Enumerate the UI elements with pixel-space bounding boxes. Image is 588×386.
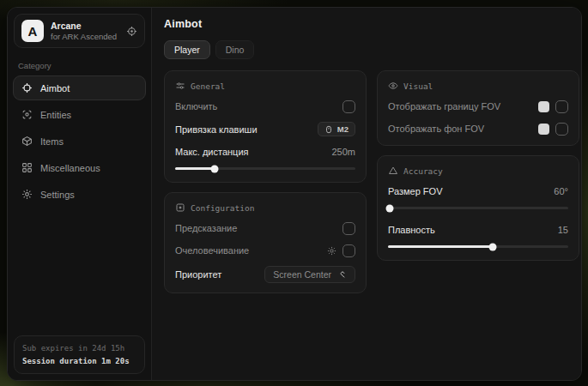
fov-size-value: 60° xyxy=(554,186,568,196)
gear-icon xyxy=(21,189,33,200)
enable-checkbox[interactable] xyxy=(342,100,355,113)
sidebar-item-miscellaneous[interactable]: Miscellaneous xyxy=(13,155,146,180)
slider-track xyxy=(388,207,568,209)
priority-select[interactable]: Screen Center xyxy=(264,266,355,283)
slider-thumb[interactable] xyxy=(211,165,219,172)
app-window: A Arcane for ARK Ascended Category xyxy=(7,7,582,381)
session-duration-text: Session duration 1m 20s xyxy=(22,355,136,367)
sidebar-item-label: Miscellaneous xyxy=(40,163,100,173)
priority-label: Приоритет xyxy=(175,269,221,280)
max-distance-slider[interactable] xyxy=(175,165,355,172)
prediction-checkbox[interactable] xyxy=(342,222,355,235)
accuracy-card-title: Accuracy xyxy=(403,166,443,176)
accuracy-card-header: Accuracy xyxy=(388,166,568,176)
visual-card-header: Visual xyxy=(388,81,568,91)
sidebar-item-entities[interactable]: Entities xyxy=(13,102,146,127)
page-title: Aimbot xyxy=(164,18,579,30)
fov-bg-checkbox[interactable] xyxy=(555,123,568,136)
tab-bar: Player Dino xyxy=(164,40,579,59)
sidebar-item-settings[interactable]: Settings xyxy=(13,182,146,207)
sidebar-item-label: Aimbot xyxy=(40,83,70,93)
keybind-button[interactable]: M2 xyxy=(318,122,355,136)
fov-border-checkbox[interactable] xyxy=(555,100,568,113)
grid-icon xyxy=(21,162,33,173)
sidebar-item-label: Entities xyxy=(40,110,71,120)
slider-fill xyxy=(175,167,215,170)
config-icon xyxy=(175,202,185,213)
fov-bg-label: Отображать фон FOV xyxy=(388,124,484,134)
gear-icon[interactable] xyxy=(327,246,336,256)
app-header: A Arcane for ARK Ascended xyxy=(14,14,145,48)
sidebar-nav: Aimbot Entities Items xyxy=(8,75,151,207)
keybind-value: M2 xyxy=(337,124,349,134)
visual-card-title: Visual xyxy=(403,81,433,91)
general-card-title: General xyxy=(191,81,225,91)
humanize-label: Очеловечивание xyxy=(175,245,249,256)
main-panel: Aimbot Player Dino Genera xyxy=(152,8,582,380)
triangle-icon xyxy=(388,166,398,176)
slider-thumb[interactable] xyxy=(386,204,394,212)
tab-dino[interactable]: Dino xyxy=(215,40,255,59)
priority-value: Screen Center xyxy=(273,269,331,280)
humanize-checkbox[interactable] xyxy=(342,244,355,257)
fov-size-slider[interactable] xyxy=(388,204,568,212)
smoothness-value: 15 xyxy=(558,225,568,235)
configuration-card: Configuration Предсказание Очеловечивани… xyxy=(164,192,367,293)
tab-player[interactable]: Player xyxy=(164,40,210,59)
fov-border-label: Отображать границу FOV xyxy=(388,101,500,112)
general-card-header: General xyxy=(175,81,355,91)
mouse-icon xyxy=(324,125,333,134)
sidebar-item-aimbot[interactable]: Aimbot xyxy=(13,75,146,100)
app-title-block: Arcane for ARK Ascended xyxy=(51,21,119,42)
fov-border-color-swatch[interactable] xyxy=(538,101,549,112)
crosshair-icon xyxy=(21,82,33,93)
fov-size-label: Размер FOV xyxy=(388,186,442,196)
target-icon[interactable] xyxy=(126,26,137,37)
scan-icon xyxy=(21,109,33,120)
app-subtitle: for ARK Ascended xyxy=(51,32,119,42)
configuration-card-header: Configuration xyxy=(175,202,355,213)
session-info: Sub expires in 24d 15h Session duration … xyxy=(14,335,145,374)
slider-thumb[interactable] xyxy=(488,243,496,250)
sidebar: A Arcane for ARK Ascended Category xyxy=(8,8,152,380)
cards-grid: General Включить Привязка клавиши xyxy=(164,70,579,293)
smoothness-slider[interactable] xyxy=(388,243,568,250)
package-icon xyxy=(21,136,33,147)
prediction-label: Предсказание xyxy=(175,223,237,233)
category-label: Category xyxy=(18,61,141,70)
smoothness-label: Плавность xyxy=(388,225,435,235)
fov-bg-color-swatch[interactable] xyxy=(538,124,549,135)
app-name: Arcane xyxy=(51,21,119,32)
sliders-icon xyxy=(175,81,185,91)
slider-fill xyxy=(388,245,493,248)
accuracy-card: Accuracy Размер FOV 60° Плавность 15 xyxy=(377,155,579,261)
visual-card: Visual Отображать границу FOV Отображать… xyxy=(377,70,579,146)
max-distance-value: 250m xyxy=(331,147,355,157)
sidebar-item-items[interactable]: Items xyxy=(13,129,146,154)
sidebar-item-label: Settings xyxy=(40,190,75,200)
sub-expires-text: Sub expires in 24d 15h xyxy=(22,342,136,354)
configuration-card-title: Configuration xyxy=(191,203,254,213)
general-card: General Включить Привязка клавиши xyxy=(164,70,367,183)
eye-icon xyxy=(388,81,398,91)
sidebar-item-label: Items xyxy=(40,136,64,147)
enable-label: Включить xyxy=(175,101,217,112)
max-distance-label: Макс. дистанция xyxy=(175,147,249,157)
app-logo: A xyxy=(21,20,44,42)
keybind-label: Привязка клавиши xyxy=(175,124,258,135)
chevrons-up-down-icon xyxy=(338,270,347,279)
